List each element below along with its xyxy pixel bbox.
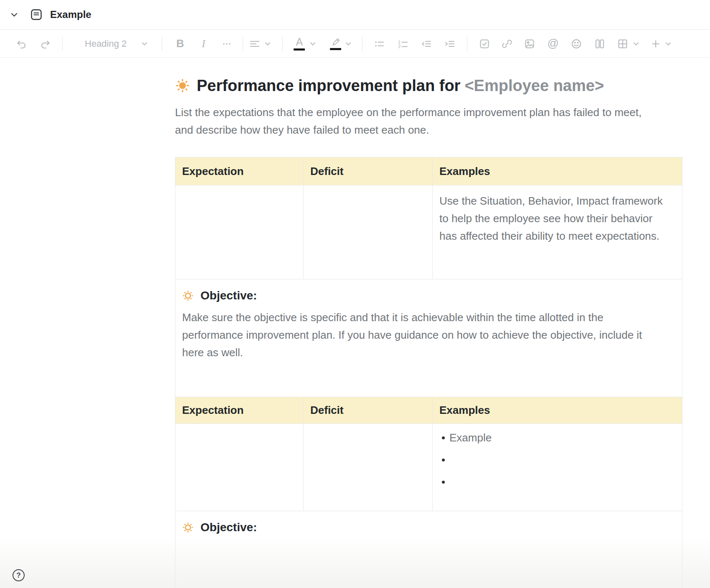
- objective-section[interactable]: Objective: Make sure the objective is sp…: [175, 279, 682, 397]
- objective-heading[interactable]: Objective:: [182, 520, 675, 535]
- table-cell-expectation[interactable]: [175, 424, 304, 511]
- highlight-color-button[interactable]: [325, 34, 357, 53]
- todo-checkbox-button[interactable]: [473, 34, 496, 53]
- emoji-icon: [571, 38, 582, 50]
- formatting-toolbar: Heading 2 B I A: [0, 30, 710, 58]
- objective-guidance-text[interactable]: Make sure the objective is specific and …: [182, 309, 654, 361]
- intro-paragraph[interactable]: List the expectations that the employee …: [175, 104, 655, 139]
- columns-icon: [594, 38, 606, 50]
- objective-label: Objective:: [200, 289, 257, 303]
- chevron-down-icon: [632, 40, 640, 48]
- outdent-icon: [420, 38, 432, 50]
- header-cell-expectation[interactable]: Expectation: [175, 397, 304, 423]
- columns-button[interactable]: [588, 34, 612, 53]
- objective-section[interactable]: Objective:: [175, 511, 682, 588]
- toolbar-divider: [162, 37, 162, 51]
- table-header-row: Expectation Deficit Examples: [175, 397, 682, 424]
- svg-text:2: 2: [398, 44, 401, 49]
- link-icon: [501, 38, 513, 50]
- mention-button[interactable]: @: [541, 34, 565, 53]
- toolbar-divider: [362, 37, 363, 51]
- table-icon: [617, 38, 629, 50]
- bullet-list-icon: [373, 38, 385, 50]
- italic-icon: I: [202, 38, 205, 50]
- examples-bullet-list: Example: [433, 424, 682, 491]
- link-button[interactable]: [496, 34, 518, 53]
- emoji-button[interactable]: [565, 34, 588, 53]
- table-header-row: Expectation Deficit Examples: [175, 157, 682, 185]
- sun-icon: [175, 78, 190, 93]
- text-color-icon: A: [294, 37, 305, 51]
- image-button[interactable]: [518, 34, 541, 53]
- header-cell-examples[interactable]: Examples: [433, 397, 682, 423]
- help-icon: ?: [16, 571, 20, 580]
- document-canvas: Performance improvement plan for <Employ…: [175, 58, 682, 588]
- redo-button[interactable]: [36, 34, 54, 53]
- toolbar-divider: [282, 37, 283, 51]
- toolbar-divider: [62, 37, 63, 51]
- table-cell-examples[interactable]: Use the Situation, Behavior, Impact fram…: [433, 185, 682, 279]
- indent-button[interactable]: [439, 34, 460, 53]
- outdent-button[interactable]: [415, 34, 437, 53]
- chevron-down-icon: [309, 40, 317, 48]
- ellipsis-icon: [221, 38, 232, 49]
- table-cell-deficit[interactable]: [304, 424, 433, 511]
- table-cell-expectation[interactable]: [175, 185, 304, 279]
- collapse-chevron-icon[interactable]: [9, 10, 19, 20]
- table-cell-examples[interactable]: Example: [433, 424, 682, 511]
- page-title[interactable]: Performance improvement plan for <Employ…: [175, 76, 682, 95]
- heading-style-select[interactable]: Heading 2: [85, 34, 148, 53]
- more-formatting-button[interactable]: [215, 34, 238, 53]
- align-button[interactable]: [244, 34, 276, 53]
- at-icon: @: [548, 37, 559, 50]
- bold-icon: B: [176, 37, 184, 50]
- chevron-down-icon: [264, 40, 271, 48]
- toolbar-divider: [467, 37, 467, 51]
- table-body-row: Use the Situation, Behavior, Impact fram…: [175, 185, 682, 279]
- pip-table: Expectation Deficit Examples Use the Sit…: [175, 157, 682, 588]
- bullet-list-button[interactable]: [368, 34, 390, 53]
- document-title[interactable]: Example: [50, 9, 91, 20]
- numbered-list-icon: 12: [397, 38, 408, 50]
- chevron-down-icon: [664, 40, 672, 48]
- objective-label: Objective:: [200, 520, 257, 535]
- header-cell-deficit[interactable]: Deficit: [304, 397, 433, 423]
- checkbox-icon: [479, 38, 490, 50]
- title-text: Performance improvement plan for: [197, 76, 460, 95]
- text-color-button[interactable]: A: [289, 34, 322, 53]
- help-button[interactable]: ?: [13, 569, 25, 581]
- title-employee-placeholder: <Employee name>: [464, 76, 604, 95]
- toolbar-divider: [243, 37, 243, 51]
- table-button[interactable]: [612, 34, 645, 53]
- topbar: Example: [0, 0, 710, 30]
- align-icon: [249, 38, 261, 50]
- heading-style-label: Heading 2: [85, 38, 127, 49]
- chevron-down-icon: [345, 40, 352, 48]
- table-cell-deficit[interactable]: [304, 185, 433, 279]
- bold-button[interactable]: B: [168, 34, 192, 53]
- list-item[interactable]: Example: [433, 429, 675, 446]
- numbered-list-button[interactable]: 12: [392, 34, 413, 53]
- list-item[interactable]: [433, 473, 675, 491]
- undo-icon: [15, 38, 28, 50]
- undo-button[interactable]: [13, 34, 31, 53]
- header-cell-deficit[interactable]: Deficit: [304, 157, 433, 185]
- italic-button[interactable]: I: [192, 34, 215, 53]
- table-body-row: Example: [175, 424, 682, 511]
- image-icon: [524, 38, 535, 50]
- highlighter-icon: [330, 38, 341, 50]
- indent-icon: [444, 38, 455, 50]
- objective-sun-icon: [182, 290, 194, 302]
- document-icon: [30, 8, 43, 21]
- insert-block-button[interactable]: [645, 34, 677, 53]
- examples-guidance-text[interactable]: Use the Situation, Behavior, Impact fram…: [433, 185, 675, 251]
- list-item[interactable]: [433, 451, 675, 469]
- header-cell-expectation[interactable]: Expectation: [175, 157, 304, 185]
- chevron-down-icon: [141, 40, 148, 48]
- objective-sun-icon: [182, 522, 194, 533]
- objective-heading[interactable]: Objective:: [182, 289, 675, 303]
- plus-icon: [650, 38, 662, 50]
- header-cell-examples[interactable]: Examples: [433, 157, 682, 185]
- redo-icon: [39, 38, 51, 50]
